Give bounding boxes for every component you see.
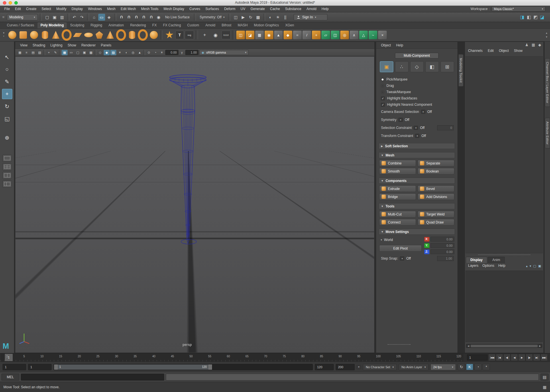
separate-button[interactable]: Separate xyxy=(418,160,454,166)
go-to-start-button[interactable]: |◀◀ xyxy=(488,354,496,361)
command-line-input[interactable] xyxy=(21,374,164,381)
shelf-tab[interactable]: Custom xyxy=(184,22,202,28)
snap-to-grid-icon[interactable]: U xyxy=(118,14,125,21)
axis-orientation-dropdown[interactable]: ▾ World xyxy=(379,237,422,243)
command-line-language-button[interactable]: MEL xyxy=(1,374,19,381)
gamma-icon[interactable]: γ xyxy=(179,51,184,54)
combine-button[interactable]: Combine xyxy=(379,160,416,166)
isolate-select-icon[interactable]: ⊙ xyxy=(146,50,152,55)
uv-mode-button[interactable]: ⊞ xyxy=(441,61,454,72)
poly-pipe-icon[interactable] xyxy=(116,30,126,40)
channelbox-menu-item[interactable]: Channels xyxy=(465,49,485,53)
sidebar-tool-settings-icon[interactable]: ◩ xyxy=(533,14,538,20)
menu-item[interactable]: Select xyxy=(39,6,54,12)
poly-cone-icon[interactable] xyxy=(51,30,61,40)
menu-set-dropdown[interactable]: Modeling ▾ xyxy=(7,14,38,20)
snap-align-icon[interactable]: ◉ xyxy=(211,30,221,40)
extrude-button[interactable]: Extrude xyxy=(379,185,416,192)
bridge-button[interactable]: Bridge xyxy=(379,193,416,200)
shelf-tab-menu-icon[interactable]: ▾ xyxy=(3,32,4,34)
anti-alias-icon[interactable]: ▲ xyxy=(137,50,143,55)
character-set-icon[interactable]: ♟ xyxy=(525,43,529,47)
menu-item[interactable]: Arnold xyxy=(304,6,319,12)
select-object-icon[interactable]: ▭ xyxy=(98,14,105,21)
fps-dropdown[interactable]: 24 fps ▾ xyxy=(431,364,456,370)
channelbox-menu-item[interactable]: Object xyxy=(496,49,511,53)
sidebar-channel-box-icon[interactable]: ◪ xyxy=(540,14,544,20)
poly-cylinder-icon[interactable] xyxy=(40,30,50,40)
snap-to-point-icon[interactable]: U xyxy=(133,14,140,21)
auto-keyframe-icon[interactable]: K xyxy=(466,364,473,370)
make-live-icon[interactable]: ◉ xyxy=(155,14,162,21)
poly-sphere-icon[interactable] xyxy=(7,30,17,40)
select-tool[interactable]: ↖ xyxy=(2,52,12,62)
step-forward-frame-button[interactable]: ▶| xyxy=(533,354,540,361)
menu-item[interactable]: Create xyxy=(23,6,39,12)
step-forward-key-button[interactable]: |▶ xyxy=(526,354,533,361)
edge-mode-button[interactable]: ◇ xyxy=(410,61,424,72)
quick-layout-icon[interactable]: ▦ xyxy=(543,385,547,389)
radio-button[interactable] xyxy=(381,91,384,94)
poly-torus-icon[interactable] xyxy=(62,30,72,40)
zoom-button[interactable] xyxy=(14,1,18,5)
layout-single-pane-button[interactable] xyxy=(3,155,12,162)
target-weld-icon[interactable]: + xyxy=(312,31,321,39)
soccer-ball-icon[interactable] xyxy=(149,30,159,40)
create-type-icon[interactable] xyxy=(164,30,174,40)
chevron-down-icon[interactable]: ▾ xyxy=(415,134,419,138)
smooth-button[interactable]: Smooth xyxy=(379,168,416,175)
boolean-button[interactable]: Boolean xyxy=(418,168,454,175)
scroll-left-icon[interactable]: ◀ xyxy=(466,345,470,347)
svg-tool-icon[interactable]: svg xyxy=(185,31,194,39)
rotate-tool[interactable]: ↻ xyxy=(2,101,12,111)
layer-editor-tab[interactable]: Display xyxy=(466,257,487,263)
lasso-tool[interactable]: ○ xyxy=(2,64,12,75)
splitter-handle[interactable] xyxy=(478,254,530,255)
channel-list[interactable] xyxy=(465,56,543,253)
gamma-field[interactable]: 1.00 xyxy=(185,50,199,55)
bridge-icon[interactable]: = xyxy=(293,31,302,39)
shelf-tab[interactable]: Sculpting xyxy=(67,22,87,28)
graph-editor-icon[interactable]: ◆ xyxy=(538,43,541,47)
menu-item[interactable]: UV xyxy=(238,6,248,12)
play-backwards-button[interactable]: ◀ xyxy=(511,354,518,361)
multi-component-label[interactable]: Multi-Component xyxy=(395,53,439,58)
pause-icon[interactable]: || xyxy=(282,14,289,21)
shelf-tab[interactable]: Animation xyxy=(106,22,127,28)
image-plane-icon[interactable]: ▧ xyxy=(37,50,43,55)
viewport-canvas[interactable]: persp xyxy=(15,57,374,352)
menu-item[interactable]: Modify xyxy=(54,6,69,12)
grease-pencil-icon[interactable]: ✎ xyxy=(52,50,58,55)
mirror-icon[interactable]: ◫ xyxy=(331,31,339,39)
resolution-gate-icon[interactable]: ▢ xyxy=(75,50,81,55)
panel-menu-item[interactable]: Panels xyxy=(98,43,114,47)
chevron-down-icon[interactable]: ▾ xyxy=(414,126,418,130)
shelf-tab[interactable]: Motion Graphics xyxy=(251,22,282,28)
platonic-solid-icon[interactable] xyxy=(94,30,104,40)
range-slider[interactable]: 1 120 xyxy=(54,364,313,370)
menu-item[interactable]: File xyxy=(2,6,12,12)
layer-move-down-icon[interactable]: ▾ xyxy=(530,264,531,268)
chevron-down-icon[interactable]: ▾ xyxy=(400,256,404,260)
panel-menu-item[interactable]: Lighting xyxy=(48,43,65,47)
animation-end-field[interactable]: 200 xyxy=(336,364,355,370)
panel-resize-grip[interactable] xyxy=(388,344,410,345)
symmetrize-icon[interactable]: △ xyxy=(359,31,368,39)
undo-icon[interactable]: ↶ xyxy=(71,14,78,21)
shelf-tab[interactable]: Curves / Surfaces xyxy=(4,22,37,28)
shelf-tab[interactable]: Arnold xyxy=(203,22,218,28)
timeline-ruler[interactable]: 1 15101520253035404550556065707580859095… xyxy=(1,354,463,361)
shelf-tab[interactable]: Poly Modeling xyxy=(38,22,66,28)
menu-item[interactable]: Edit Mesh xyxy=(118,6,138,12)
components-section-header[interactable]: ▼ Components xyxy=(379,178,455,184)
modeling-toolkit-tab[interactable]: Modeling Toolkit xyxy=(458,54,463,87)
toolkit-menu-item[interactable]: Help xyxy=(394,43,406,47)
playback-start-field[interactable]: 1 xyxy=(28,364,52,370)
layer-menu-item[interactable]: Help xyxy=(496,264,507,268)
current-frame-field[interactable]: 1 xyxy=(467,354,488,360)
panel-menu-item[interactable]: Shading xyxy=(30,43,48,47)
menu-item[interactable]: Curves xyxy=(187,6,203,12)
crease-icon[interactable]: ∧ xyxy=(350,31,358,39)
close-button[interactable] xyxy=(3,1,6,5)
snap-to-curve-icon[interactable]: U xyxy=(125,14,132,21)
